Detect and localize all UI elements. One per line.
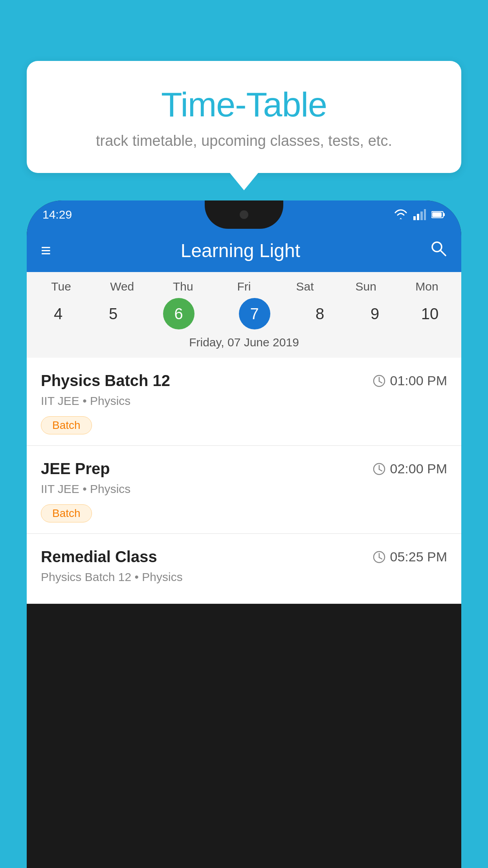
day-header-fri: Fri	[216, 280, 272, 293]
day-header-wed: Wed	[95, 280, 150, 293]
day-6-today[interactable]: 6	[163, 298, 194, 329]
day-7-selected[interactable]: 7	[239, 298, 270, 329]
day-header-thu: Thu	[156, 280, 211, 293]
class-time-3: 05:25 PM	[372, 549, 447, 565]
class-time-1: 01:00 PM	[372, 373, 447, 388]
day-9[interactable]: 9	[347, 298, 402, 329]
status-icons	[394, 209, 446, 220]
clock-icon-2	[372, 462, 386, 476]
app-bar: ≡ Learning Light	[27, 229, 461, 272]
camera	[240, 210, 248, 219]
svg-rect-0	[413, 216, 416, 220]
menu-icon[interactable]: ≡	[41, 241, 51, 260]
class-title-1: Physics Batch 12	[41, 372, 170, 390]
calendar-strip: Tue Wed Thu Fri Sat Sun Mon 4 5 6 7 8 9 …	[27, 272, 461, 358]
battery-icon	[431, 210, 446, 219]
day-numbers: 4 5 6 7 8 9 10	[27, 298, 461, 329]
svg-line-11	[379, 381, 382, 383]
class-card-2[interactable]: JEE Prep 02:00 PM IIT JEE • Physics Batc…	[27, 446, 461, 534]
class-card-3[interactable]: Remedial Class 05:25 PM Physics Batch 12…	[27, 534, 461, 604]
phone-notch	[205, 200, 283, 229]
signal-icon	[413, 209, 426, 220]
svg-rect-1	[417, 214, 419, 220]
day-5[interactable]: 5	[86, 298, 141, 329]
svg-line-17	[379, 557, 382, 559]
svg-rect-5	[443, 213, 445, 216]
day-8[interactable]: 8	[292, 298, 347, 329]
app-title: Learning Light	[51, 240, 430, 261]
class-title-3: Remedial Class	[41, 548, 157, 566]
day-header-tue: Tue	[34, 280, 89, 293]
class-time-2: 02:00 PM	[372, 461, 447, 476]
class-title-2: JEE Prep	[41, 460, 110, 478]
bubble-subtitle: track timetable, upcoming classes, tests…	[42, 132, 446, 149]
batch-tag-2: Batch	[41, 504, 92, 522]
day-4[interactable]: 4	[31, 298, 86, 329]
svg-rect-3	[424, 209, 426, 220]
selected-date: Friday, 07 June 2019	[27, 329, 461, 354]
clock-icon-1	[372, 374, 386, 388]
class-card-header-3: Remedial Class 05:25 PM	[41, 548, 447, 566]
clock-icon-3	[372, 550, 386, 564]
batch-tag-1: Batch	[41, 416, 92, 434]
content-area: Physics Batch 12 01:00 PM IIT JEE • Phys…	[27, 358, 461, 604]
day-header-sat: Sat	[277, 280, 332, 293]
class-card-header-1: Physics Batch 12 01:00 PM	[41, 372, 447, 390]
status-time: 14:29	[42, 208, 72, 221]
day-header-sun: Sun	[338, 280, 393, 293]
svg-line-14	[379, 469, 382, 471]
bubble-title: Time-Table	[42, 85, 446, 125]
svg-rect-2	[420, 211, 423, 220]
class-card-header-2: JEE Prep 02:00 PM	[41, 460, 447, 478]
wifi-icon	[394, 209, 408, 220]
class-card-1[interactable]: Physics Batch 12 01:00 PM IIT JEE • Phys…	[27, 358, 461, 446]
day-header-mon: Mon	[399, 280, 454, 293]
day-headers: Tue Wed Thu Fri Sat Sun Mon	[27, 280, 461, 293]
speech-bubble: Time-Table track timetable, upcoming cla…	[27, 61, 461, 173]
search-icon[interactable]	[430, 240, 447, 261]
svg-line-8	[440, 250, 446, 256]
phone-frame: 14:29 ≡ Learning Li	[27, 200, 461, 868]
day-10[interactable]: 10	[402, 298, 457, 329]
class-meta-2: IIT JEE • Physics	[41, 482, 447, 496]
class-meta-3: Physics Batch 12 • Physics	[41, 570, 447, 584]
svg-rect-6	[432, 212, 442, 217]
class-meta-1: IIT JEE • Physics	[41, 394, 447, 408]
